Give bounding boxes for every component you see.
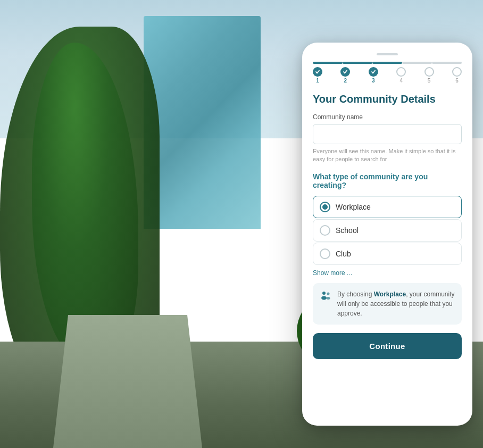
radio-inner-workplace: [322, 204, 328, 210]
progress-segment-5: [432, 62, 462, 64]
step-num-5: 5: [424, 78, 434, 84]
radio-circle-school: [320, 225, 330, 236]
community-name-hint: Everyone will see this name. Make it sim…: [313, 147, 462, 164]
step-4-dot: [396, 67, 406, 77]
progress-area: 1 2 3 4 5 6: [313, 62, 462, 84]
step-3-dot[interactable]: [369, 67, 378, 77]
step-num-6: 6: [452, 78, 462, 84]
radio-circle-workplace: [320, 202, 330, 212]
radio-option-school[interactable]: School: [313, 219, 462, 242]
step-5-dot: [424, 67, 434, 77]
path: [53, 315, 202, 448]
progress-dots: [313, 67, 462, 77]
radio-options: Workplace School Club: [313, 196, 462, 265]
step-num-2: 2: [340, 78, 350, 84]
progress-segment-3: [372, 62, 402, 64]
info-text: By choosing Workplace, your community wi…: [337, 289, 455, 318]
svg-point-1: [327, 292, 330, 295]
community-name-input[interactable]: [313, 124, 462, 144]
radio-label-workplace: Workplace: [336, 203, 371, 211]
info-highlighted: Workplace: [374, 291, 406, 298]
step-num-1: 1: [313, 78, 322, 84]
step-2-dot[interactable]: [340, 67, 350, 77]
community-icon: [319, 289, 332, 305]
progress-segment-2: [343, 62, 372, 64]
step-1-dot[interactable]: [313, 67, 322, 77]
step-num-3: 3: [369, 78, 378, 84]
radio-option-workplace[interactable]: Workplace: [313, 196, 462, 218]
glass-building: [144, 16, 261, 229]
step-6-dot: [452, 67, 462, 77]
continue-button[interactable]: Continue: [313, 333, 462, 359]
progress-bar: [313, 62, 462, 64]
radio-label-club: Club: [336, 250, 351, 258]
community-type-question: What type of community are you creating?: [313, 172, 462, 189]
card-title: Your Community Details: [313, 92, 462, 106]
phone-drag-handle: [377, 53, 398, 55]
radio-circle-club: [320, 248, 330, 259]
svg-point-3: [327, 297, 330, 300]
community-name-label: Community name: [313, 113, 462, 121]
show-more-link[interactable]: Show more ...: [313, 269, 462, 277]
progress-segment-1: [313, 62, 343, 64]
phone-card: 1 2 3 4 5 6 Your Community Details Commu…: [302, 43, 472, 426]
progress-numbers: 1 2 3 4 5 6: [313, 78, 462, 84]
radio-option-club[interactable]: Club: [313, 243, 462, 265]
radio-label-school: School: [336, 226, 359, 235]
svg-point-0: [322, 292, 326, 295]
step-num-4: 4: [396, 78, 406, 84]
svg-point-2: [321, 296, 327, 300]
progress-segment-4: [402, 62, 432, 64]
info-box: By choosing Workplace, your community wi…: [313, 283, 462, 325]
